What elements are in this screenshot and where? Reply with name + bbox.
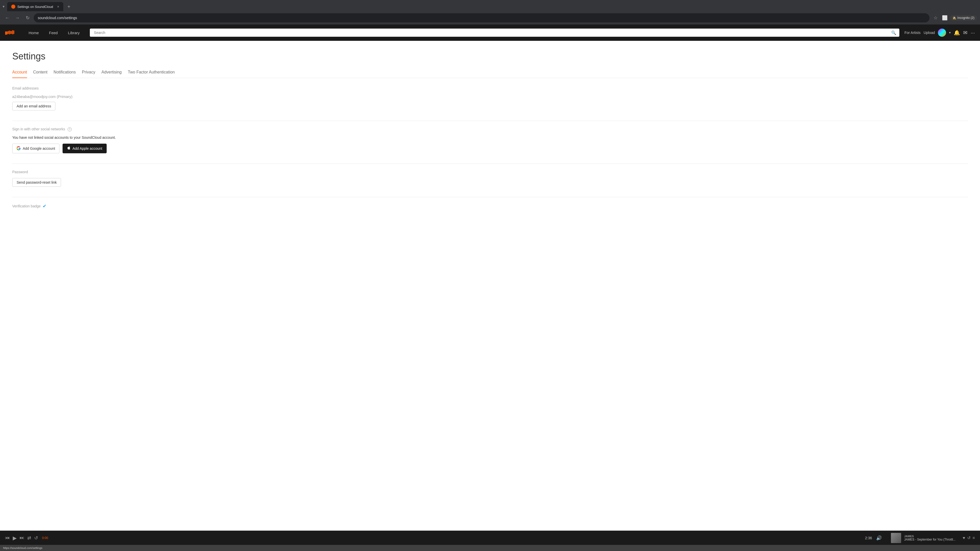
reload-button[interactable]: ↻ [24,14,32,22]
back-button[interactable]: ← [3,14,11,22]
settings-content: Settings Account Content Notifications P… [0,41,980,530]
address-url: soundcloud.com/settings [38,16,925,20]
new-tab-button[interactable]: + [65,3,73,10]
next-track-button[interactable]: ⏭ [20,535,24,540]
upload-link[interactable]: Upload [924,30,935,35]
tab-favicon [11,5,15,9]
verification-label-text: Verification badge [12,204,41,208]
bookmark-button[interactable]: ☆ [932,14,940,22]
primary-email: a24beaba@moodjoy.com (Primary) [12,94,968,99]
reload-icon: ↻ [26,15,30,21]
password-section-label: Password [12,170,968,174]
volume-button[interactable]: 🔊 [876,535,882,541]
address-bar[interactable]: soundcloud.com/settings [34,13,929,22]
tab-privacy[interactable]: Privacy [82,70,95,78]
queue-button[interactable]: ≡ [973,536,975,540]
repeat-button[interactable]: ↺ [34,535,38,541]
tab-content[interactable]: Content [33,70,48,78]
divider-1 [12,121,968,121]
shuffle-button[interactable]: ⇄ [27,535,31,541]
nav-home[interactable]: Home [24,24,44,41]
nav-feed[interactable]: Feed [44,24,63,41]
player-track-info: JAMES JAMES - September for You (Throttl… [891,533,956,543]
track-details: JAMES JAMES - September for You (Throttl… [904,535,956,541]
add-google-account-button[interactable]: Add Google account [12,144,59,153]
search-input[interactable] [90,29,899,37]
prev-track-button[interactable]: ⏮ [5,535,10,540]
add-apple-account-button[interactable]: Add Apple account [62,144,107,153]
more-options-icon[interactable]: ··· [970,30,975,36]
user-avatar[interactable] [938,29,946,37]
track-artist: JAMES [904,535,956,538]
main-nav: Home Feed Library [24,24,85,41]
tab-title: Settings on SoundCloud [18,5,55,9]
tab-notifications[interactable]: Notifications [54,70,76,78]
send-reset-link-button[interactable]: Send password-reset link [12,178,61,187]
search-container: 🔍 [90,29,899,37]
add-email-button[interactable]: Add an email address [12,102,56,110]
split-icon: ⬜ [942,15,948,21]
social-help-icon: ? [68,127,72,131]
verification-section: Verification badge ✔ [12,203,968,209]
notifications-bell-icon[interactable]: 🔔 [954,30,960,36]
app-header: Home Feed Library 🔍 For Artists Upload ▾… [0,24,980,41]
status-url: https://soundcloud.com/settings [3,546,42,549]
email-address: a24beaba@moodjoy.com [12,94,56,99]
settings-tabs: Account Content Notifications Privacy Ad… [12,70,968,78]
social-description: You have not linked social accounts to y… [12,135,968,140]
google-icon [17,146,21,151]
email-section-label: Email addresses [12,86,968,90]
nav-library[interactable]: Library [63,24,85,41]
for-artists-link[interactable]: For Artists [904,30,921,35]
social-section-label: Sign in with other social networks ? [12,127,968,131]
audio-player: ⏮ ▶ ⏭ ⇄ ↺ 0:00 2:36 🔊 JAMES JAMES - Sept… [0,530,980,545]
search-icon: 🔍 [891,30,896,35]
divider-2 [12,164,968,164]
bookmark-icon: ☆ [934,15,938,21]
player-action-buttons: ♥ ↺ ≡ [963,535,975,540]
divider-3 [12,197,968,197]
tab-close-button[interactable]: × [57,5,59,9]
primary-badge: (Primary) [57,94,73,99]
back-icon: ← [5,15,10,21]
social-section-text: Sign in with other social networks [12,127,65,131]
track-thumbnail [891,533,901,543]
social-section: Sign in with other social networks ? You… [12,127,968,153]
like-button[interactable]: ♥ [963,536,965,540]
track-title: JAMES - September for You (Throttl... [904,538,956,541]
page-title: Settings [12,51,968,62]
play-pause-button[interactable]: ▶ [13,535,17,541]
tab-advertising[interactable]: Advertising [101,70,121,78]
incognito-icon: 🕵 [953,16,956,20]
email-section: Email addresses a24beaba@moodjoy.com (Pr… [12,86,968,110]
messages-icon[interactable]: ✉ [963,30,967,36]
browser-status-bar: https://soundcloud.com/settings [0,545,980,551]
apple-icon [67,146,70,151]
add-apple-label: Add Apple account [73,146,102,151]
active-tab[interactable]: Settings on SoundCloud × [7,2,63,11]
forward-icon: → [15,15,20,21]
forward-button[interactable]: → [13,14,21,22]
verified-checkmark-icon: ✔ [43,203,46,209]
tab-switcher[interactable]: ▼ [2,5,5,8]
incognito-button[interactable]: 🕵 Incognito (2) [950,15,977,21]
repost-button[interactable]: ↺ [967,535,970,540]
avatar-chevron-icon[interactable]: ▾ [949,31,951,35]
time-elapsed: 0:00 [42,536,48,540]
verification-label: Verification badge ✔ [12,203,968,209]
tab-two-factor[interactable]: Two Factor Authentication [128,70,175,78]
social-buttons: Add Google account Add Apple account [12,144,968,153]
player-controls: ⏮ ▶ ⏭ ⇄ ↺ [5,535,38,541]
time-total: 2:36 [865,536,872,540]
soundcloud-logo[interactable] [5,29,18,36]
tab-account[interactable]: Account [12,70,27,78]
password-section: Password Send password-reset link [12,170,968,187]
header-right: For Artists Upload ▾ 🔔 ✉ ··· [904,29,975,37]
split-view-button[interactable]: ⬜ [941,14,949,22]
incognito-label: Incognito (2) [957,16,974,20]
add-google-label: Add Google account [23,146,55,151]
